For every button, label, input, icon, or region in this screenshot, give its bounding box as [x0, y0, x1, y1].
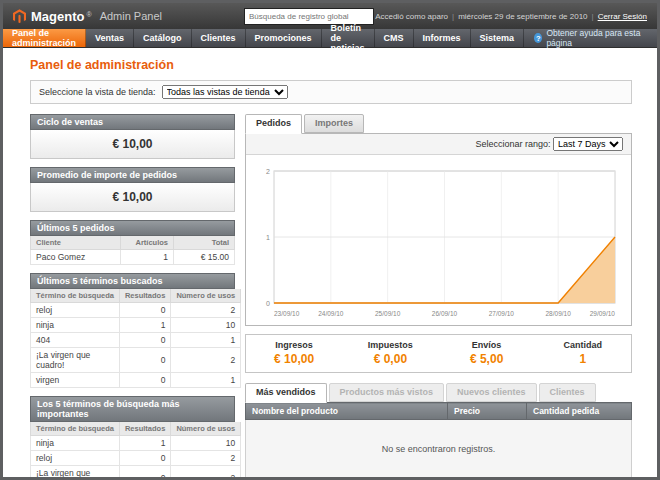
column-header: Término de búsqueda	[31, 422, 120, 436]
total-impuestos: Impuestos€ 0,00	[342, 340, 438, 366]
page-help-link[interactable]: ? Obtener ayuda para esta página	[524, 29, 657, 47]
range-label: Seleccionar rango:	[475, 139, 550, 149]
diagram-tabs: PedidosImportes	[245, 114, 632, 133]
page-title: Panel de administración	[30, 58, 632, 72]
top-search-terms-table: Término de búsquedaResultadosNúmero de u…	[30, 422, 241, 480]
main-nav-items: Panel de administraciónVentasCatálogoCli…	[3, 29, 524, 47]
nav-item-catalogo[interactable]: Catálogo	[134, 29, 192, 47]
column-header: Artículos	[121, 236, 174, 250]
table-row: Paco Gomez1€ 15.00	[31, 250, 235, 265]
empty-grid-message: No se encontraron registros.	[245, 420, 632, 479]
logo-text: Magento	[31, 9, 84, 24]
total-value: € 5,00	[439, 352, 535, 366]
last-search-terms-box: Últimos 5 términos buscados Término de b…	[30, 273, 235, 388]
totals-row: Ingresos€ 10,00Impuestos€ 0,00Envíos€ 5,…	[245, 334, 632, 373]
session-info: Accedió como aparo | miércoles 29 de sep…	[415, 12, 647, 21]
nav-item-panel-de-administracion[interactable]: Panel de administración	[3, 29, 86, 47]
store-view-label: Seleccione la vista de tienda:	[39, 87, 156, 97]
box-title: Ciclo de ventas	[30, 114, 235, 130]
tab-importes[interactable]: Importes	[304, 114, 364, 133]
admin-window: Magento ® Admin Panel Accedió como aparo…	[0, 0, 660, 480]
box-title: Últimos 5 términos buscados	[30, 273, 235, 289]
chart-area: 01223/09/1024/09/1025/09/1026/09/1027/09…	[246, 155, 631, 325]
tab-clientes[interactable]: Clientes	[539, 383, 596, 402]
table-row: 40401	[31, 333, 241, 348]
nav-item-informes[interactable]: Informes	[414, 29, 471, 47]
total-label: Cantidad	[535, 340, 631, 350]
magento-logo: Magento ® Admin Panel	[13, 9, 203, 24]
column-header: Término de búsqueda	[31, 289, 120, 303]
svg-text:0: 0	[266, 300, 270, 307]
range-select[interactable]: Last 7 Days	[553, 137, 623, 151]
tab-mas-vendidos[interactable]: Más vendidos	[245, 383, 327, 403]
column-header: Nombre del producto	[246, 403, 448, 420]
tab-pedidos[interactable]: Pedidos	[245, 114, 302, 134]
last-search-terms-table: Término de búsquedaResultadosNúmero de u…	[30, 289, 241, 388]
svg-text:1: 1	[266, 234, 270, 241]
column-header: Resultados	[119, 422, 170, 436]
help-icon: ?	[534, 33, 542, 43]
orders-chart-svg: 01223/09/1024/09/1025/09/1026/09/1027/09…	[254, 163, 623, 321]
top-search-terms-box: Los 5 términos de búsqueda más important…	[30, 396, 235, 480]
svg-text:29/09/10: 29/09/10	[590, 310, 616, 317]
tab-nuevos-clientes[interactable]: Nuevos clientes	[446, 383, 537, 402]
nav-item-boletin-de-noticias[interactable]: Boletín de noticias	[322, 29, 375, 47]
table-row: reloj02	[31, 303, 241, 318]
column-header: Precio	[448, 403, 527, 420]
svg-text:28/09/10: 28/09/10	[546, 310, 572, 317]
separator: |	[592, 12, 594, 21]
tab-productos-mas-vistos[interactable]: Productos más vistos	[329, 383, 445, 402]
magento-logo-icon	[13, 9, 26, 24]
header-date: miércoles 29 de septiembre de 2010	[458, 12, 587, 21]
logo-subtext: Admin Panel	[100, 10, 162, 22]
page-content: Panel de administración Seleccione la vi…	[3, 48, 657, 480]
nav-item-ventas[interactable]: Ventas	[86, 29, 134, 47]
global-search-input[interactable]	[244, 8, 374, 25]
orders-chart-panel: Seleccionar rango: Last 7 Days 01223/09/…	[245, 133, 632, 326]
store-view-select[interactable]: Todas las vistas de tienda	[162, 85, 288, 99]
products-table: Nombre del productoPrecioCantidad pedida	[245, 402, 632, 420]
svg-text:23/09/10: 23/09/10	[274, 310, 300, 317]
column-header: Cantidad pedida	[527, 403, 632, 420]
nav-item-sistema[interactable]: Sistema	[471, 29, 525, 47]
column-header: Resultados	[119, 289, 170, 303]
logged-in-as: Accedió como aparo	[375, 12, 448, 21]
dashboard-left-column: Ciclo de ventas € 10,00 Promedio de impo…	[30, 114, 235, 480]
total-label: Impuestos	[342, 340, 438, 350]
range-bar: Seleccionar rango: Last 7 Days	[246, 134, 631, 155]
main-nav: Panel de administraciónVentasCatálogoCli…	[3, 29, 657, 48]
table-row: virgen01	[31, 373, 241, 388]
nav-item-clientes[interactable]: Clientes	[192, 29, 246, 47]
column-header: Cliente	[31, 236, 121, 250]
svg-text:27/09/10: 27/09/10	[489, 310, 515, 317]
box-title: Últimos 5 pedidos	[30, 220, 235, 236]
help-label: Obtener ayuda para esta página	[546, 28, 647, 48]
table-row: ninja110	[31, 318, 241, 333]
total-value: 1	[535, 352, 631, 366]
dashboard-columns: Ciclo de ventas € 10,00 Promedio de impo…	[30, 114, 632, 480]
table-row: ninja110	[31, 436, 241, 451]
total-value: € 10,00	[246, 352, 342, 366]
total-label: Ingresos	[246, 340, 342, 350]
svg-text:26/09/10: 26/09/10	[432, 310, 458, 317]
table-row: reloj02	[31, 451, 241, 466]
last-orders-box: Últimos 5 pedidos ClienteArtículosTotal …	[30, 220, 235, 265]
nav-item-cms[interactable]: CMS	[375, 29, 414, 47]
last-orders-table: ClienteArtículosTotal Paco Gomez1€ 15.00	[30, 236, 235, 265]
dashboard-main-column: PedidosImportes Seleccionar rango: Last …	[245, 114, 632, 479]
lifetime-sales-value: € 10,00	[30, 130, 235, 159]
column-header: Total	[174, 236, 235, 250]
average-orders-box: Promedio de importe de pedidos € 10,00	[30, 167, 235, 212]
nav-item-promociones[interactable]: Promociones	[246, 29, 322, 47]
total-ingresos: Ingresos€ 10,00	[246, 340, 342, 366]
store-view-switcher: Seleccione la vista de tienda: Todas las…	[30, 80, 632, 104]
box-title: Los 5 términos de búsqueda más important…	[30, 396, 235, 422]
box-title: Promedio de importe de pedidos	[30, 167, 235, 183]
table-row: ¡La virgen que cuadro!02	[31, 348, 241, 373]
svg-text:2: 2	[266, 168, 270, 175]
grid-tabs: Más vendidosProductos más vistosNuevos c…	[245, 383, 632, 402]
svg-text:25/09/10: 25/09/10	[375, 310, 401, 317]
svg-text:24/09/10: 24/09/10	[318, 310, 344, 317]
logout-link[interactable]: Cerrar Sesión	[598, 12, 647, 21]
separator: |	[452, 12, 454, 21]
